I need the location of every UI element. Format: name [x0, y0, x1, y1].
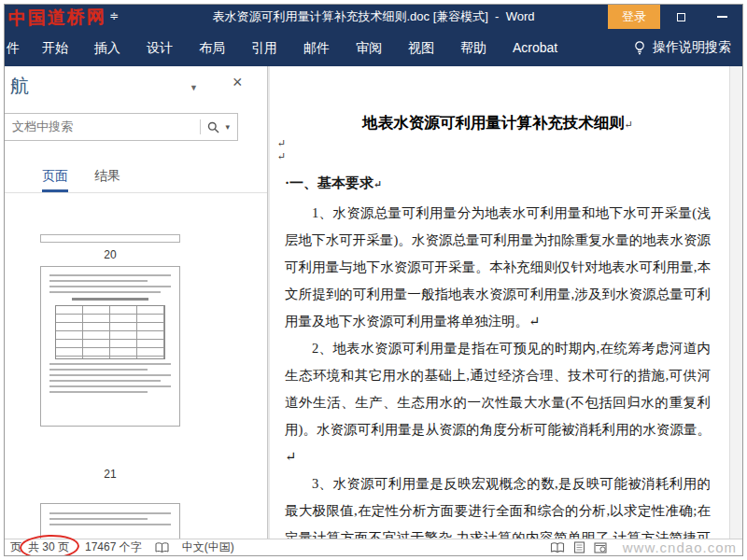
thumbnail-text-line	[49, 518, 148, 520]
page-total: 共 30 页	[25, 539, 72, 555]
tab-help[interactable]: 帮助	[447, 29, 500, 66]
quick-access-toolbar-icon[interactable]: ≑	[109, 9, 119, 22]
read-mode-icon[interactable]	[550, 542, 565, 553]
screenshot-frame: 中国道桥网 ≑ 表水资源可利用量计算补充技术细则.doc [兼容模式] - Wo…	[0, 0, 747, 560]
navigation-pane-title: 航	[10, 74, 29, 99]
chevron-down-icon[interactable]: ▼	[190, 83, 198, 92]
site-logo-watermark: 中国道桥网	[8, 5, 106, 31]
document-title: 地表水资源可利用量计算补充技术细则↵	[285, 113, 711, 133]
page-thumbnail-21[interactable]	[40, 503, 180, 539]
sign-in-button[interactable]: 登录	[608, 5, 660, 29]
page-number-label: 20	[40, 248, 180, 261]
tab-review[interactable]: 审阅	[343, 29, 395, 66]
thumbnail-text-line	[49, 374, 171, 376]
thumbnail-text-line	[49, 391, 148, 393]
main-content: 航 ▼ × 文档中搜索 ▾ 页面 结果 20	[5, 66, 742, 539]
proofing-status[interactable]	[155, 542, 169, 553]
page-thumbnail-list: 20 21	[5, 197, 267, 539]
site-url-watermark: www.cndao.com	[623, 539, 737, 555]
close-icon[interactable]: ×	[233, 74, 243, 91]
page-thumbnail-partial-top[interactable]	[40, 234, 180, 243]
document-page[interactable]: 地表水资源可利用量计算补充技术细则↵ ↵ ↵ ·一、基本要求↵ 1、水资源总量可…	[270, 66, 729, 539]
window-controls: 登录	[608, 5, 742, 29]
tab-insert[interactable]: 插入	[81, 29, 134, 66]
view-controls: www.cndao.com	[550, 539, 737, 555]
vertical-scrollbar[interactable]	[729, 66, 742, 539]
thumbnail-text-line	[49, 291, 161, 293]
thumbnail-text-line	[49, 280, 148, 282]
tab-design[interactable]: 设计	[134, 29, 186, 66]
search-placeholder: 文档中搜索	[12, 119, 73, 135]
thumbnail-text-line	[49, 512, 171, 514]
lightbulb-icon	[633, 40, 646, 55]
paragraph: 1、水资源总量可利用量分为地表水可利用量和地下水可开采量(浅层地下水可开采量)。…	[285, 200, 711, 335]
document-body: 1、水资源总量可利用量分为地表水可利用量和地下水可开采量(浅层地下水可开采量)。…	[285, 200, 711, 539]
tab-file-partial[interactable]: 件	[5, 29, 29, 66]
language-indicator[interactable]: 中文(中国)	[182, 539, 234, 555]
nav-tab-results[interactable]: 结果	[94, 168, 120, 192]
page-thumbnail-20[interactable]	[40, 266, 180, 427]
tab-references[interactable]: 引用	[238, 29, 290, 66]
print-layout-icon[interactable]	[573, 541, 585, 553]
tell-me-label: 操作说明搜索	[653, 39, 731, 56]
section-heading: ·一、基本要求↵	[285, 175, 711, 192]
page-indicator-partial: 页	[10, 539, 21, 555]
search-controls: ▾	[193, 119, 230, 134]
status-bar: 页 共 30 页 17467 个字 中文(中国) www.cndao.com	[5, 539, 742, 555]
paragraph: 3、水资源可利用量是反映宏观概念的数,是反映可能被消耗利用的最大极限值,在定性分…	[285, 470, 711, 539]
restore-icon	[677, 13, 685, 21]
pilcrow-mark: ↵	[374, 178, 382, 189]
restore-button[interactable]	[660, 5, 701, 29]
tab-home[interactable]: 开始	[29, 29, 81, 66]
thumbnail-table	[55, 305, 165, 359]
thumbnail-heading-line	[72, 298, 148, 301]
paragraph: 2、地表水资源可利用量是指在可预见的时期内,在统筹考虑河道内生态环境和其它用水的…	[285, 335, 711, 470]
tab-view[interactable]: 视图	[395, 29, 447, 66]
tell-me-search[interactable]: 操作说明搜索	[633, 39, 737, 56]
thumbnail-text-line	[49, 524, 171, 525]
word-count[interactable]: 17467 个字	[85, 539, 142, 555]
thumbnail-text-line	[49, 380, 161, 382]
page-indicator[interactable]: 页 共 30 页	[10, 539, 72, 555]
empty-paragraph-marks: ↵ ↵	[277, 136, 711, 162]
book-icon	[155, 542, 169, 553]
thumbnail-text-line	[49, 363, 171, 365]
title-bar: 中国道桥网 ≑ 表水资源可利用量计算补充技术细则.doc [兼容模式] - Wo…	[5, 5, 742, 29]
navigation-pane: 航 ▼ × 文档中搜索 ▾ 页面 结果 20	[5, 66, 268, 539]
web-layout-icon[interactable]	[594, 542, 607, 553]
word-window: 中国道桥网 ≑ 表水资源可利用量计算补充技术细则.doc [兼容模式] - Wo…	[4, 4, 743, 556]
tab-mailings[interactable]: 邮件	[290, 29, 343, 66]
minimize-button[interactable]	[701, 5, 742, 29]
thumbnail-text-line	[49, 274, 171, 276]
page-number-label: 21	[40, 468, 180, 481]
window-title: 表水资源可利用量计算补充技术细则.doc [兼容模式] - Word	[212, 8, 534, 25]
thumbnail-text-line	[49, 385, 171, 387]
magnifier-icon[interactable]	[207, 121, 219, 133]
thumbnail-text-line	[49, 286, 171, 287]
search-dropdown-icon[interactable]: ▾	[225, 122, 230, 132]
nav-tab-pages[interactable]: 页面	[42, 168, 68, 192]
pilcrow-mark: ↵	[625, 119, 633, 130]
document-search-input[interactable]: 文档中搜索 ▾	[5, 113, 238, 141]
tab-acrobat[interactable]: Acrobat	[500, 29, 571, 66]
search-divider	[200, 119, 201, 134]
ribbon-tab-row: 件 开始 插入 设计 布局 引用 邮件 审阅 视图 帮助 Acrobat 操作说…	[5, 29, 742, 66]
minimize-icon	[717, 16, 727, 18]
document-area: 地表水资源可利用量计算补充技术细则↵ ↵ ↵ ·一、基本要求↵ 1、水资源总量可…	[268, 66, 742, 539]
thumbnail-text-line	[49, 369, 148, 371]
tab-layout[interactable]: 布局	[186, 29, 238, 66]
navigation-tabs: 页面 结果	[5, 160, 267, 193]
